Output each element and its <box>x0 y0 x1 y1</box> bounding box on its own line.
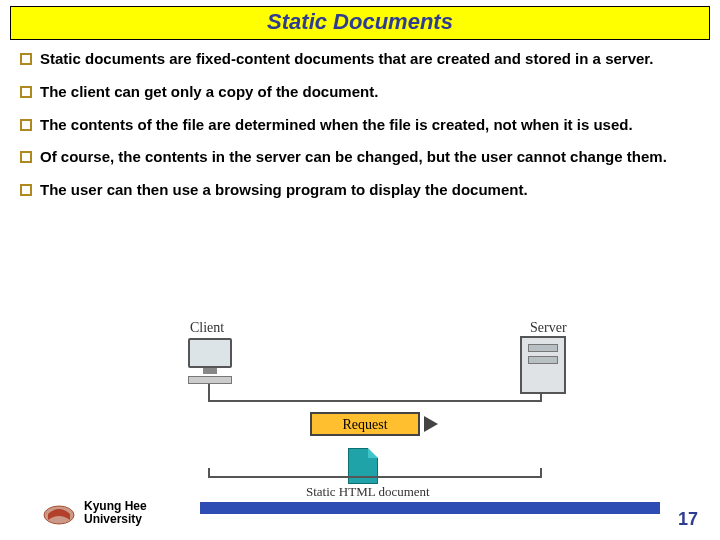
connector-line <box>540 394 542 402</box>
footer: Kyung Hee University 17 <box>0 494 720 530</box>
bullet-marker-icon <box>20 119 32 131</box>
title-bar: Static Documents <box>10 6 710 40</box>
list-item: The contents of the file are determined … <box>20 116 700 135</box>
list-item: Static documents are fixed-content docum… <box>20 50 700 69</box>
list-item: The user can then use a browsing program… <box>20 181 700 200</box>
page-number: 17 <box>678 509 698 530</box>
bullet-marker-icon <box>20 151 32 163</box>
bullet-marker-icon <box>20 86 32 98</box>
connector-line <box>210 476 540 478</box>
bullet-text: The client can get only a copy of the do… <box>40 83 378 102</box>
footer-accent-bar <box>200 502 660 514</box>
list-item: The client can get only a copy of the do… <box>20 83 700 102</box>
bullet-list: Static documents are fixed-content docum… <box>0 40 720 200</box>
bullet-marker-icon <box>20 184 32 196</box>
server-rack-icon <box>520 336 566 394</box>
client-label: Client <box>190 320 224 336</box>
bullet-text: The user can then use a browsing program… <box>40 181 528 200</box>
university-logo-icon <box>42 500 76 526</box>
request-label-box: Request <box>310 412 420 436</box>
bullet-text: The contents of the file are determined … <box>40 116 633 135</box>
list-item: Of course, the contents in the server ca… <box>20 148 700 167</box>
server-label: Server <box>530 320 567 336</box>
document-icon <box>348 448 378 484</box>
client-computer-icon <box>180 338 240 384</box>
slide-title: Static Documents <box>11 9 709 35</box>
university-name: Kyung Hee University <box>84 500 147 526</box>
bullet-text: Of course, the contents in the server ca… <box>40 148 667 167</box>
connector-line <box>540 468 542 478</box>
arrow-right-icon <box>424 416 438 432</box>
bullet-text: Static documents are fixed-content docum… <box>40 50 654 69</box>
bullet-marker-icon <box>20 53 32 65</box>
university-line2: University <box>84 512 142 526</box>
connector-line <box>210 400 540 402</box>
university-line1: Kyung Hee <box>84 499 147 513</box>
diagram: Client Server Request Static HTML docume… <box>160 320 600 490</box>
